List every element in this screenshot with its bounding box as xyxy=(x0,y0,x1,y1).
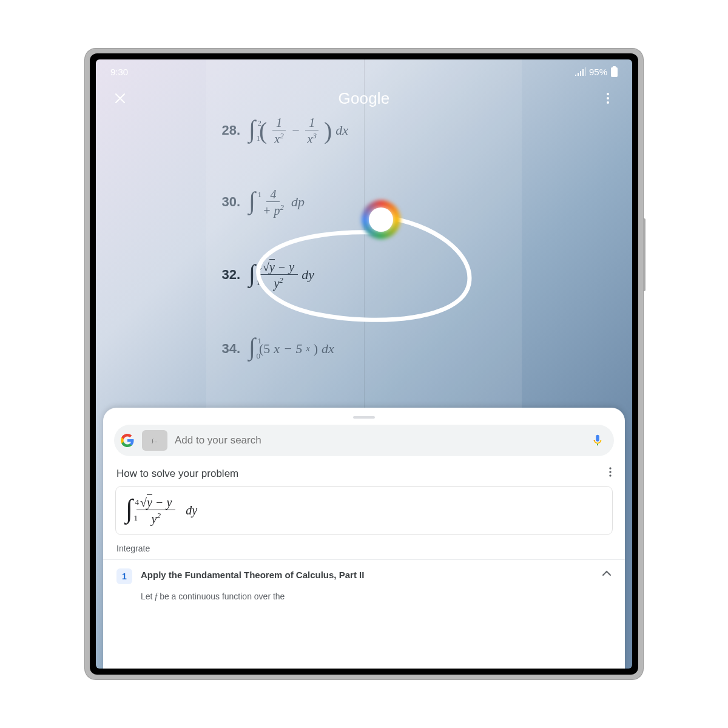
circle-cursor-dot xyxy=(369,207,393,232)
step-title: Apply the Fundamental Theorem of Calculu… xyxy=(141,568,593,582)
close-icon xyxy=(114,92,126,104)
recognized-expression: ∫41 √y − y y2 dy xyxy=(115,486,613,535)
status-bar: 9:30 95% xyxy=(96,59,632,84)
svg-point-6 xyxy=(609,471,611,473)
mic-button[interactable] xyxy=(591,434,604,447)
query-thumbnail: ∫… xyxy=(142,430,167,451)
chevron-up-icon xyxy=(602,568,612,578)
mic-icon xyxy=(591,434,604,447)
step-1[interactable]: 1 Apply the Fundamental Theorem of Calcu… xyxy=(114,560,614,588)
brand-logo: Google xyxy=(338,89,389,108)
search-input[interactable] xyxy=(175,434,584,447)
close-button[interactable] xyxy=(110,89,130,108)
problem-34: 34. ∫10 (5x − 5x) dx xyxy=(212,339,528,359)
more-vert-icon xyxy=(609,467,612,477)
screen-content: 9:30 95% Google xyxy=(96,59,632,669)
svg-point-2 xyxy=(607,93,609,95)
sheet-grabber[interactable] xyxy=(353,416,375,419)
more-button[interactable] xyxy=(598,89,618,108)
step-body: Let f be a continuous function over the xyxy=(114,588,614,602)
results-heading-row: How to solve your problem xyxy=(116,467,612,480)
svg-rect-1 xyxy=(613,66,616,68)
results-heading: How to solve your problem xyxy=(116,468,238,480)
status-time: 9:30 xyxy=(110,67,128,77)
problem-28: 28. ∫21 ( 1x2 − 1x3 ) dx xyxy=(212,115,528,146)
svg-point-7 xyxy=(609,474,611,476)
integrate-label: Integrate xyxy=(116,544,612,553)
problem-number: 28. xyxy=(212,123,240,138)
results-sheet[interactable]: ∫… How to solve your problem ∫41 xyxy=(103,408,625,669)
battery-icon xyxy=(611,66,618,77)
google-g-icon xyxy=(120,433,135,448)
problem-number: 34. xyxy=(212,341,240,357)
svg-point-5 xyxy=(609,467,611,469)
results-more-button[interactable] xyxy=(609,467,612,480)
svg-point-3 xyxy=(607,97,609,99)
problem-number: 30. xyxy=(212,194,240,210)
device-frame: 9:30 95% Google xyxy=(85,49,643,679)
svg-rect-0 xyxy=(611,67,618,77)
more-vert-icon xyxy=(607,93,609,104)
app-top-bar: Google xyxy=(96,89,632,108)
step-number-badge: 1 xyxy=(116,568,132,584)
search-bar[interactable]: ∫… xyxy=(114,425,614,456)
math-textbook-page: 28. ∫21 ( 1x2 − 1x3 ) dx 30. ∫1 xyxy=(206,59,522,423)
svg-point-4 xyxy=(607,101,609,104)
problem-32: 32. ∫41 √y − y y2 dy xyxy=(212,260,528,291)
status-right: 95% xyxy=(575,66,618,77)
status-battery-text: 95% xyxy=(589,67,607,77)
device-screen: 9:30 95% Google xyxy=(90,53,638,675)
collapse-button[interactable] xyxy=(602,568,612,581)
problem-number: 32. xyxy=(212,267,240,283)
signal-icon xyxy=(575,67,585,76)
